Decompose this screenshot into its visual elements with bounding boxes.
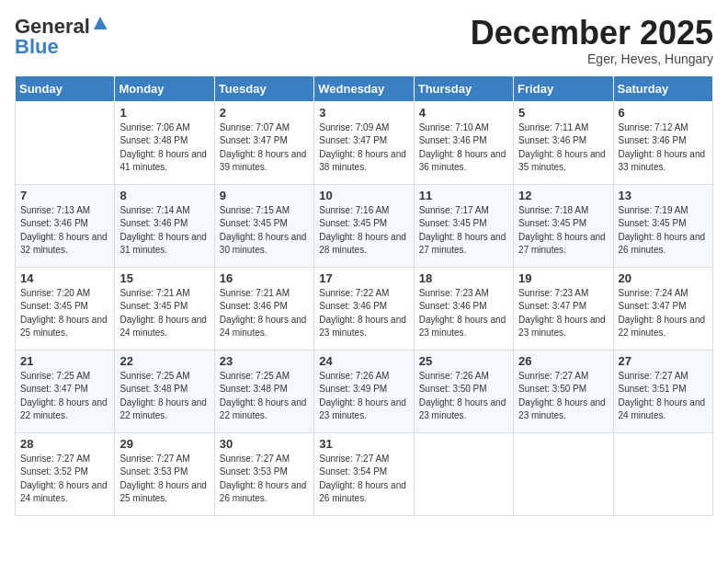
day-cell: 1 Sunrise: 7:06 AM Sunset: 3:48 PM Dayli… bbox=[115, 101, 214, 184]
day-cell: 17 Sunrise: 7:22 AM Sunset: 3:46 PM Dayl… bbox=[314, 267, 414, 350]
daylight-text: Daylight: 8 hours and 35 minutes. bbox=[518, 149, 606, 173]
day-number: 29 bbox=[119, 437, 209, 451]
day-number: 16 bbox=[220, 271, 309, 285]
day-number: 13 bbox=[619, 189, 708, 202]
daylight-text: Daylight: 8 hours and 36 minutes. bbox=[419, 149, 506, 173]
sunset-text: Sunset: 3:46 PM bbox=[220, 301, 288, 311]
day-info: Sunrise: 7:26 AM Sunset: 3:49 PM Dayligh… bbox=[319, 370, 408, 423]
sunset-text: Sunset: 3:52 PM bbox=[20, 466, 88, 477]
sunrise-text: Sunrise: 7:09 AM bbox=[319, 122, 389, 132]
day-info: Sunrise: 7:11 AM Sunset: 3:46 PM Dayligh… bbox=[518, 121, 608, 175]
day-cell: 22 Sunrise: 7:25 AM Sunset: 3:48 PM Dayl… bbox=[115, 350, 214, 432]
sunrise-text: Sunrise: 7:16 AM bbox=[319, 205, 389, 215]
day-info: Sunrise: 7:21 AM Sunset: 3:45 PM Dayligh… bbox=[119, 287, 209, 340]
day-cell: 5 Sunrise: 7:11 AM Sunset: 3:46 PM Dayli… bbox=[514, 101, 613, 184]
sunset-text: Sunset: 3:46 PM bbox=[319, 301, 387, 311]
daylight-text: Daylight: 8 hours and 26 minutes. bbox=[619, 232, 706, 256]
sunset-text: Sunset: 3:53 PM bbox=[119, 466, 188, 477]
day-info: Sunrise: 7:12 AM Sunset: 3:46 PM Dayligh… bbox=[619, 121, 708, 175]
day-info: Sunrise: 7:06 AM Sunset: 3:48 PM Dayligh… bbox=[119, 121, 209, 175]
daylight-text: Daylight: 8 hours and 24 minutes. bbox=[119, 315, 207, 339]
daylight-text: Daylight: 8 hours and 23 minutes. bbox=[319, 397, 406, 421]
day-number: 19 bbox=[518, 271, 608, 285]
page-header: General Blue December 2025 Eger, Heves, … bbox=[15, 15, 713, 66]
day-cell: 25 Sunrise: 7:26 AM Sunset: 3:50 PM Dayl… bbox=[414, 350, 513, 432]
day-info: Sunrise: 7:14 AM Sunset: 3:46 PM Dayligh… bbox=[119, 204, 209, 258]
sunset-text: Sunset: 3:46 PM bbox=[419, 301, 487, 311]
day-cell: 16 Sunrise: 7:21 AM Sunset: 3:46 PM Dayl… bbox=[214, 267, 313, 350]
sunset-text: Sunset: 3:45 PM bbox=[619, 218, 687, 228]
day-number: 31 bbox=[319, 437, 408, 451]
daylight-text: Daylight: 8 hours and 41 minutes. bbox=[119, 149, 207, 173]
logo: General Blue bbox=[15, 15, 108, 59]
daylight-text: Daylight: 8 hours and 38 minutes. bbox=[319, 149, 406, 173]
day-number: 23 bbox=[220, 354, 309, 368]
sunrise-text: Sunrise: 7:23 AM bbox=[419, 288, 489, 298]
sunrise-text: Sunrise: 7:26 AM bbox=[319, 371, 389, 381]
daylight-text: Daylight: 8 hours and 23 minutes. bbox=[419, 315, 506, 339]
sunrise-text: Sunrise: 7:27 AM bbox=[518, 371, 588, 381]
sunset-text: Sunset: 3:48 PM bbox=[220, 384, 288, 394]
day-cell: 4 Sunrise: 7:10 AM Sunset: 3:46 PM Dayli… bbox=[414, 101, 513, 184]
daylight-text: Daylight: 8 hours and 27 minutes. bbox=[518, 232, 606, 256]
day-number: 9 bbox=[220, 189, 309, 202]
sunset-text: Sunset: 3:46 PM bbox=[518, 135, 586, 145]
day-cell: 11 Sunrise: 7:17 AM Sunset: 3:45 PM Dayl… bbox=[414, 184, 513, 267]
day-cell bbox=[16, 101, 115, 184]
week-row-3: 14 Sunrise: 7:20 AM Sunset: 3:45 PM Dayl… bbox=[16, 267, 713, 350]
daylight-text: Daylight: 8 hours and 27 minutes. bbox=[419, 232, 506, 256]
day-number: 27 bbox=[619, 354, 708, 368]
day-number: 25 bbox=[419, 354, 508, 368]
sunset-text: Sunset: 3:45 PM bbox=[220, 218, 288, 228]
day-number: 8 bbox=[119, 189, 209, 202]
day-cell: 31 Sunrise: 7:27 AM Sunset: 3:54 PM Dayl… bbox=[314, 432, 414, 515]
day-number: 17 bbox=[319, 271, 408, 285]
day-info: Sunrise: 7:25 AM Sunset: 3:47 PM Dayligh… bbox=[20, 370, 109, 423]
daylight-text: Daylight: 8 hours and 23 minutes. bbox=[518, 315, 606, 339]
sunrise-text: Sunrise: 7:27 AM bbox=[20, 454, 90, 464]
daylight-text: Daylight: 8 hours and 22 minutes. bbox=[119, 397, 207, 421]
daylight-text: Daylight: 8 hours and 22 minutes. bbox=[20, 397, 108, 421]
day-info: Sunrise: 7:18 AM Sunset: 3:45 PM Dayligh… bbox=[518, 204, 608, 258]
day-cell: 9 Sunrise: 7:15 AM Sunset: 3:45 PM Dayli… bbox=[214, 184, 313, 267]
day-cell: 3 Sunrise: 7:09 AM Sunset: 3:47 PM Dayli… bbox=[314, 101, 414, 184]
week-row-4: 21 Sunrise: 7:25 AM Sunset: 3:47 PM Dayl… bbox=[16, 350, 713, 432]
daylight-text: Daylight: 8 hours and 24 minutes. bbox=[619, 397, 706, 421]
sunrise-text: Sunrise: 7:07 AM bbox=[220, 122, 290, 132]
day-number: 10 bbox=[319, 189, 408, 202]
weekday-header-wednesday: Wednesday bbox=[314, 75, 414, 101]
daylight-text: Daylight: 8 hours and 31 minutes. bbox=[119, 232, 207, 256]
week-row-2: 7 Sunrise: 7:13 AM Sunset: 3:46 PM Dayli… bbox=[16, 184, 713, 267]
day-number: 5 bbox=[518, 106, 608, 120]
sunset-text: Sunset: 3:47 PM bbox=[518, 301, 586, 311]
sunset-text: Sunset: 3:49 PM bbox=[319, 384, 387, 394]
sunrise-text: Sunrise: 7:24 AM bbox=[619, 288, 688, 298]
day-info: Sunrise: 7:23 AM Sunset: 3:46 PM Dayligh… bbox=[419, 287, 508, 340]
day-number: 26 bbox=[518, 354, 608, 368]
day-cell: 12 Sunrise: 7:18 AM Sunset: 3:45 PM Dayl… bbox=[514, 184, 613, 267]
sunrise-text: Sunrise: 7:06 AM bbox=[119, 122, 189, 132]
day-info: Sunrise: 7:09 AM Sunset: 3:47 PM Dayligh… bbox=[319, 121, 408, 175]
day-info: Sunrise: 7:27 AM Sunset: 3:52 PM Dayligh… bbox=[20, 453, 109, 506]
day-number: 15 bbox=[119, 271, 209, 285]
weekday-header-thursday: Thursday bbox=[414, 75, 513, 101]
day-number: 20 bbox=[619, 271, 708, 285]
sunrise-text: Sunrise: 7:19 AM bbox=[619, 205, 688, 215]
day-info: Sunrise: 7:25 AM Sunset: 3:48 PM Dayligh… bbox=[220, 370, 309, 423]
sunrise-text: Sunrise: 7:15 AM bbox=[220, 205, 290, 215]
daylight-text: Daylight: 8 hours and 26 minutes. bbox=[319, 480, 406, 504]
day-number: 21 bbox=[20, 354, 109, 368]
sunrise-text: Sunrise: 7:21 AM bbox=[220, 288, 290, 298]
daylight-text: Daylight: 8 hours and 26 minutes. bbox=[220, 480, 307, 504]
day-info: Sunrise: 7:26 AM Sunset: 3:50 PM Dayligh… bbox=[419, 370, 508, 423]
sunset-text: Sunset: 3:46 PM bbox=[419, 135, 487, 145]
day-cell: 2 Sunrise: 7:07 AM Sunset: 3:47 PM Dayli… bbox=[214, 101, 313, 184]
title-block: December 2025 Eger, Heves, Hungary bbox=[471, 15, 713, 66]
day-info: Sunrise: 7:19 AM Sunset: 3:45 PM Dayligh… bbox=[619, 204, 708, 258]
daylight-text: Daylight: 8 hours and 23 minutes. bbox=[518, 397, 606, 421]
sunset-text: Sunset: 3:51 PM bbox=[619, 384, 687, 394]
sunset-text: Sunset: 3:48 PM bbox=[119, 384, 188, 394]
daylight-text: Daylight: 8 hours and 23 minutes. bbox=[419, 397, 506, 421]
day-number: 4 bbox=[419, 106, 508, 120]
weekday-header-sunday: Sunday bbox=[16, 75, 115, 101]
